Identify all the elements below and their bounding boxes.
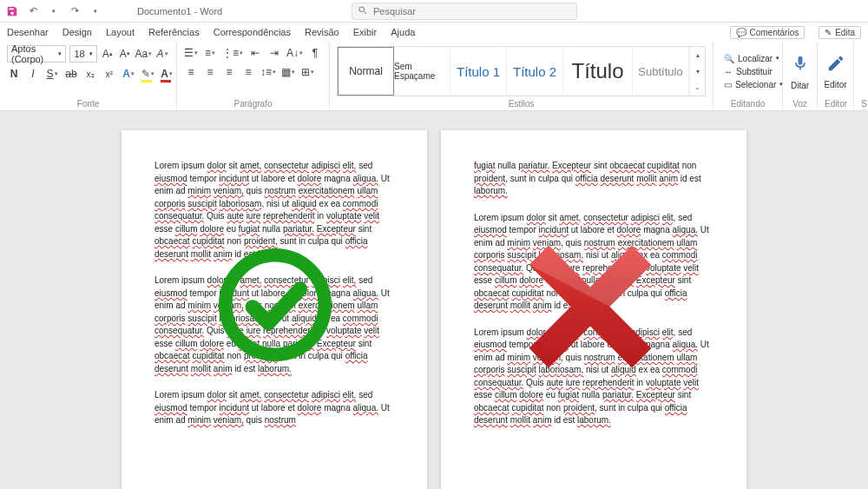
search-box[interactable] xyxy=(352,3,577,20)
group-label-editing: Editando xyxy=(720,97,775,109)
search-icon xyxy=(358,5,368,17)
mic-icon xyxy=(792,53,809,79)
bold-icon[interactable]: N xyxy=(7,66,21,82)
group-label-paragraph: Parágrafo xyxy=(184,97,322,109)
tab-ajuda[interactable]: Ajuda xyxy=(391,27,415,37)
group-editor: Editor Editor xyxy=(818,42,854,110)
select-button[interactable]: ▭Selecionar▾ xyxy=(720,79,775,90)
group-paragraph: ☰ ≡ ⋮≡ ⇤ ⇥ A↓ ¶ ≡ ≡ ≡ ≡ ↕≡ ▦ ⊞ Parágrafo xyxy=(177,42,330,110)
edit-button[interactable]: ✎ Edita xyxy=(819,26,861,39)
group-label-editor: Editor xyxy=(825,97,846,109)
grow-font-icon[interactable]: A▴ xyxy=(101,46,115,62)
page-2[interactable]: fugiat nulla pariatur. Excepteur sint ob… xyxy=(441,130,746,489)
strikethrough-icon[interactable]: ab xyxy=(64,66,78,82)
bullets-icon[interactable]: ☰ xyxy=(184,45,198,61)
highlight-icon[interactable]: ✎ xyxy=(141,66,155,82)
font-color-icon[interactable]: A xyxy=(160,66,174,82)
show-marks-icon[interactable]: ¶ xyxy=(308,45,322,61)
underline-icon[interactable]: S xyxy=(45,66,59,82)
document-title: Documento1 - Word xyxy=(137,6,222,17)
paragraph[interactable]: Lorem ipsum dolor sit amet, consectetur … xyxy=(155,274,394,375)
dictate-button[interactable]: Ditar xyxy=(790,45,810,97)
line-spacing-icon[interactable]: ↕≡ xyxy=(260,64,276,80)
tab-desenhar[interactable]: Desenhar xyxy=(7,27,49,37)
styles-gallery-scroll[interactable]: ▴▾⌄ xyxy=(689,47,705,96)
editor-icon xyxy=(826,54,845,78)
group-label-styles: Estilos xyxy=(337,97,706,109)
redo-icon[interactable]: ↷ xyxy=(68,4,82,18)
multilevel-icon[interactable]: ⋮≡ xyxy=(222,45,243,61)
group-font: Aptos (Corpo)▾ 18▾ A▴ A▾ Aa A N I S ab x… xyxy=(0,42,177,110)
justify-icon[interactable]: ≡ xyxy=(241,64,255,80)
undo-dropdown-icon[interactable]: ▾ xyxy=(47,4,61,18)
page-1[interactable]: Lorem ipsum dolor sit amet, consectetur … xyxy=(122,130,427,489)
group-s: S xyxy=(854,42,868,110)
save-icon[interactable] xyxy=(5,4,19,18)
style-titulo2[interactable]: Título 2 xyxy=(507,47,563,96)
style-titulo1[interactable]: Título 1 xyxy=(450,47,507,96)
styles-gallery: Normal Sem Espaçame Título 1 Título 2 Tí… xyxy=(337,46,706,96)
style-titulo[interactable]: Título xyxy=(563,47,633,96)
italic-icon[interactable]: I xyxy=(26,66,40,82)
tab-exibir[interactable]: Exibir xyxy=(353,27,378,37)
style-normal[interactable]: Normal xyxy=(338,47,394,96)
document-area: Lorem ipsum dolor sit amet, consectetur … xyxy=(0,111,868,489)
tab-referencias[interactable]: Referências xyxy=(148,27,200,37)
sort-icon[interactable]: A↓ xyxy=(286,45,303,61)
paragraph[interactable]: fugiat nulla pariatur. Excepteur sint ob… xyxy=(474,160,713,198)
paragraph[interactable]: Lorem ipsum dolor sit amet, consectetur … xyxy=(155,160,394,261)
qat-customize-icon[interactable]: ▾ xyxy=(89,4,102,18)
subscript-icon[interactable]: x₂ xyxy=(83,66,97,82)
align-left-icon[interactable]: ≡ xyxy=(184,64,198,80)
tab-correspondencias[interactable]: Correspondências xyxy=(214,27,291,37)
tab-revisao[interactable]: Revisão xyxy=(305,27,339,37)
clear-formatting-icon[interactable]: A xyxy=(155,46,169,62)
select-icon: ▭ xyxy=(724,80,732,89)
increase-indent-icon[interactable]: ⇥ xyxy=(267,45,281,61)
borders-icon[interactable]: ⊞ xyxy=(300,64,314,80)
numbering-icon[interactable]: ≡ xyxy=(203,45,217,61)
search-input[interactable] xyxy=(373,6,571,17)
font-size-combo[interactable]: 18▾ xyxy=(69,45,96,63)
text-effects-icon[interactable]: A xyxy=(122,66,135,82)
align-center-icon[interactable]: ≡ xyxy=(203,64,217,80)
find-icon: 🔍 xyxy=(724,54,734,63)
shading-icon[interactable]: ▦ xyxy=(281,64,295,80)
comments-button[interactable]: 💬 Comentários xyxy=(730,26,806,39)
decrease-indent-icon[interactable]: ⇤ xyxy=(248,45,262,61)
tab-layout[interactable]: Layout xyxy=(106,27,135,37)
replace-button[interactable]: ↔Substituir xyxy=(720,66,775,77)
shrink-font-icon[interactable]: A▾ xyxy=(118,46,132,62)
ribbon-tabs: Desenhar Design Layout Referências Corre… xyxy=(0,23,868,42)
group-label-font: Fonte xyxy=(7,97,169,109)
quick-access-toolbar: ↶ ▾ ↷ ▾ xyxy=(5,4,102,18)
pencil-icon: ✎ xyxy=(825,28,832,37)
group-label-voice: Voz xyxy=(790,97,810,109)
font-name-combo[interactable]: Aptos (Corpo)▾ xyxy=(7,45,66,63)
ribbon: Aptos (Corpo)▾ 18▾ A▴ A▾ Aa A N I S ab x… xyxy=(0,42,868,111)
find-button[interactable]: 🔍Localizar▾ xyxy=(720,53,775,64)
title-bar: ↶ ▾ ↷ ▾ Documento1 - Word xyxy=(0,0,868,23)
undo-icon[interactable]: ↶ xyxy=(26,4,40,18)
superscript-icon[interactable]: x² xyxy=(102,66,116,82)
editor-button[interactable]: Editor xyxy=(825,45,846,97)
style-sem-espacamento[interactable]: Sem Espaçame xyxy=(394,47,450,96)
group-voice: Ditar Voz xyxy=(783,42,818,110)
tab-design[interactable]: Design xyxy=(62,27,92,37)
style-subtitulo[interactable]: Subtítulo xyxy=(633,47,689,96)
align-right-icon[interactable]: ≡ xyxy=(222,64,236,80)
comment-icon: 💬 xyxy=(736,28,746,37)
group-editing: 🔍Localizar▾ ↔Substituir ▭Selecionar▾ Edi… xyxy=(713,42,783,110)
replace-icon: ↔ xyxy=(724,67,733,76)
paragraph[interactable]: Lorem ipsum dolor sit amet, consectetur … xyxy=(474,212,713,313)
paragraph[interactable]: Lorem ipsum dolor sit amet, consectetur … xyxy=(155,389,394,427)
change-case-icon[interactable]: Aa xyxy=(135,46,152,62)
paragraph[interactable]: Lorem ipsum dolor sit amet, consectetur … xyxy=(474,327,713,427)
group-styles: Normal Sem Espaçame Título 1 Título 2 Tí… xyxy=(330,42,713,110)
